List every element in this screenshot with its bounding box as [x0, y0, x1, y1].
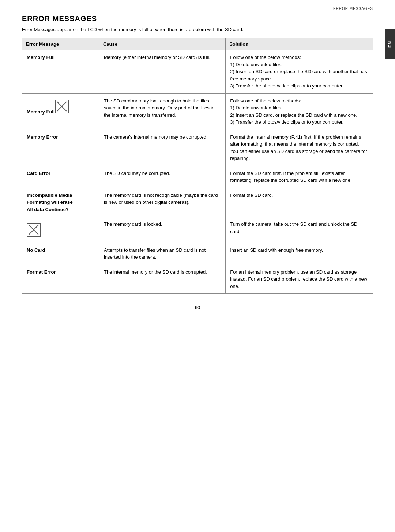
page-title: ERROR MESSAGES: [22, 15, 373, 23]
error-message-cell: No Card: [22, 243, 99, 265]
header-solution: Solution: [226, 38, 373, 50]
error-message-cell: Imcompatible MediaFormating will eraseAl…: [22, 188, 99, 217]
table-row: Memory FullThe SD card memory isn't enou…: [22, 93, 373, 130]
table-row: Memory ErrorThe camera's internal memory…: [22, 130, 373, 166]
solution-cell: Follow one of the below methods: 1) Dele…: [226, 93, 373, 130]
error-message-cell: Memory Error: [22, 130, 99, 166]
solution-cell: Insert an SD card with enough free memor…: [226, 243, 373, 265]
error-messages-table: Error Message Cause Solution Memory Full…: [22, 38, 373, 294]
x-icon: [55, 100, 69, 113]
cause-cell: Attempts to transfer files when an SD ca…: [99, 243, 225, 265]
error-label: Memory Error: [27, 134, 58, 140]
solution-cell: For an internal memory problem, use an S…: [226, 265, 373, 294]
side-tab: EN: [385, 29, 395, 59]
error-label: Memory Full: [27, 55, 55, 60]
error-label: Formating will erase: [27, 199, 73, 205]
table-row: The memory card is locked.Turn off the c…: [22, 217, 373, 243]
solution-cell: Format the SD card first. If the problem…: [226, 166, 373, 188]
solution-cell: Follow one of the below methods: 1) Dele…: [226, 50, 373, 94]
table-row: No CardAttempts to transfer files when a…: [22, 243, 373, 265]
error-label: Imcompatible Media: [27, 192, 72, 198]
table-row: Memory FullMemory (either internal memor…: [22, 50, 373, 94]
table-row: Format ErrorThe internal memory or the S…: [22, 265, 373, 294]
table-row: Imcompatible MediaFormating will eraseAl…: [22, 188, 373, 217]
intro-text: Error Messages appear on the LCD when th…: [22, 27, 373, 32]
error-label: Card Error: [27, 171, 50, 176]
solution-cell: Turn off the camera, take out the SD car…: [226, 217, 373, 243]
top-label: ERROR MESSAGES: [333, 7, 373, 11]
error-label: No Card: [27, 247, 45, 253]
cause-cell: The SD card memory isn't enough to hold …: [99, 93, 225, 130]
cause-cell: The camera's internal memory may be corr…: [99, 130, 225, 166]
solution-cell: Format the SD card.: [226, 188, 373, 217]
error-message-cell: Memory Full: [22, 50, 99, 94]
cause-cell: The SD card may be corrupted.: [99, 166, 225, 188]
error-message-cell: Format Error: [22, 265, 99, 294]
cause-cell: The memory card is locked.: [99, 217, 225, 243]
table-row: Card ErrorThe SD card may be corrupted.F…: [22, 166, 373, 188]
solution-cell: Format the internal memory (P.41) first.…: [226, 130, 373, 166]
error-message-cell: Memory Full: [22, 93, 99, 130]
error-message-cell: Card Error: [22, 166, 99, 188]
cause-cell: The memory card is not recognizable (may…: [99, 188, 225, 217]
error-message-cell: [22, 217, 99, 243]
cause-cell: Memory (either internal memory or SD car…: [99, 50, 225, 94]
cause-cell: The internal memory or the SD card is co…: [99, 265, 225, 294]
error-label: All data Continue?: [27, 207, 69, 212]
page-number: 60: [22, 305, 373, 310]
header-cause: Cause: [99, 38, 225, 50]
header-error-message: Error Message: [22, 38, 99, 50]
x-icon: [27, 223, 41, 237]
error-label: Memory Full: [27, 109, 55, 115]
error-label: Format Error: [27, 269, 56, 275]
